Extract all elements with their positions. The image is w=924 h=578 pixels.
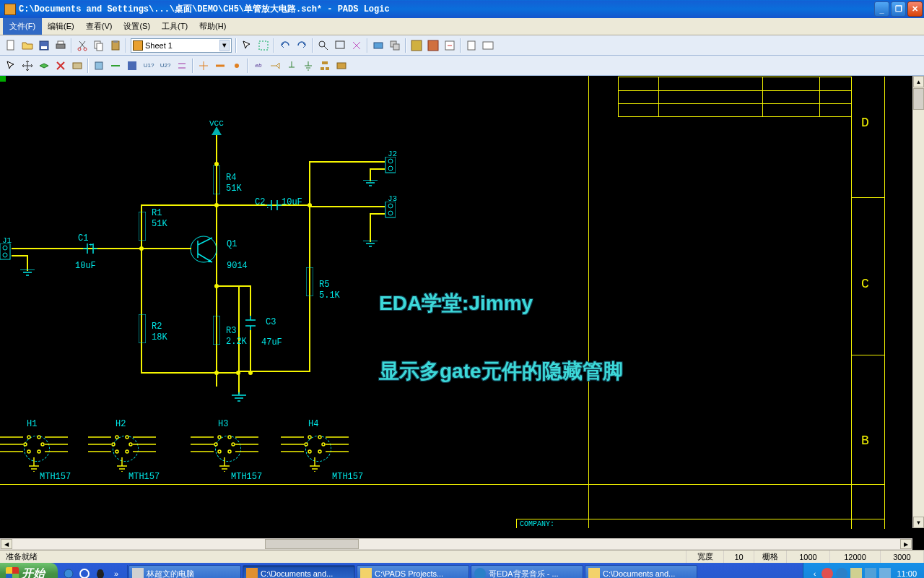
tray-network-icon[interactable] bbox=[865, 568, 876, 578]
save-icon[interactable] bbox=[36, 38, 52, 53]
redo-icon[interactable] bbox=[294, 38, 310, 53]
zoom-window-icon[interactable] bbox=[332, 38, 348, 53]
scroll-thumb-v[interactable] bbox=[913, 88, 924, 110]
svg-rect-29 bbox=[337, 63, 346, 69]
expand-ql-icon[interactable]: » bbox=[108, 565, 124, 578]
h2-ref: H2 bbox=[116, 419, 126, 429]
pads-layout-icon[interactable] bbox=[409, 38, 424, 53]
task2-label: C:\Documents and... bbox=[261, 569, 333, 578]
pads-router-icon[interactable] bbox=[425, 38, 441, 53]
start-button[interactable]: 开始 bbox=[0, 563, 58, 578]
ground-icon[interactable] bbox=[300, 58, 316, 74]
redraw-icon[interactable] bbox=[349, 38, 365, 53]
close-button[interactable]: ✕ bbox=[907, 1, 923, 17]
report-icon[interactable] bbox=[463, 38, 479, 53]
task-docs[interactable]: C:\Documents and... bbox=[585, 565, 697, 578]
svg-rect-23 bbox=[95, 62, 103, 69]
move-icon[interactable] bbox=[19, 58, 35, 74]
bus-icon[interactable] bbox=[212, 58, 228, 74]
open-file-icon[interactable] bbox=[19, 38, 35, 53]
window-title: C:\Documents and Settings\...\桌面\DEMO\CH… bbox=[19, 3, 874, 15]
u2-icon[interactable]: U2? bbox=[157, 58, 173, 74]
tray-icon-1[interactable] bbox=[821, 568, 833, 578]
menu-view[interactable]: 查看(V) bbox=[80, 19, 118, 34]
paste-icon[interactable] bbox=[108, 38, 123, 53]
desktop-icon[interactable] bbox=[77, 565, 92, 578]
select-icon[interactable] bbox=[239, 38, 255, 53]
netlist-out-icon[interactable] bbox=[442, 38, 458, 53]
task4-label: 哥EDA背景音乐 - ... bbox=[489, 569, 559, 579]
add-part-icon[interactable] bbox=[91, 58, 107, 74]
ie-icon[interactable] bbox=[61, 565, 77, 578]
scroll-right-icon[interactable]: ▶ bbox=[900, 539, 912, 549]
tray-volume-icon[interactable] bbox=[850, 568, 862, 578]
connection-icon[interactable] bbox=[196, 58, 212, 74]
pads-app-icon bbox=[246, 568, 258, 578]
link-icon[interactable] bbox=[370, 38, 386, 53]
menu-tools[interactable]: 工具(T) bbox=[156, 19, 193, 34]
power-icon[interactable] bbox=[284, 58, 300, 74]
add-junction-icon[interactable] bbox=[229, 58, 245, 74]
r4-val: 51K bbox=[226, 184, 242, 194]
svg-point-65 bbox=[228, 450, 231, 453]
qq-icon[interactable] bbox=[92, 565, 108, 578]
output-window-icon[interactable] bbox=[480, 38, 496, 53]
print-icon[interactable] bbox=[53, 38, 69, 53]
vertical-scrollbar[interactable]: ▲ ▼ bbox=[912, 76, 924, 528]
svg-point-66 bbox=[308, 436, 311, 439]
svg-rect-14 bbox=[374, 43, 383, 48]
select-mode-icon[interactable] bbox=[3, 58, 19, 74]
cascade-icon[interactable] bbox=[387, 38, 403, 53]
minimize-button[interactable]: _ bbox=[874, 1, 889, 17]
zoom-icon[interactable] bbox=[315, 38, 331, 53]
hierarchy-icon[interactable] bbox=[317, 58, 333, 74]
h2-val: MTH157 bbox=[128, 472, 160, 482]
scroll-down-icon[interactable]: ▼ bbox=[913, 517, 924, 528]
tray-icon-5[interactable] bbox=[879, 568, 891, 578]
properties-icon[interactable] bbox=[69, 58, 85, 74]
schematic-canvas[interactable]: D C B COMPANY: VCC J1 + C1 10uF bbox=[0, 76, 924, 550]
r1-ref: R1 bbox=[152, 208, 162, 218]
r5-ref: R5 bbox=[319, 280, 329, 290]
sheet-selector[interactable]: Sheet 1 ▾ bbox=[131, 38, 232, 53]
r4-ref: R4 bbox=[226, 173, 236, 183]
menu-file[interactable]: 文件(F) bbox=[3, 18, 42, 35]
u1-icon[interactable]: U1? bbox=[141, 58, 157, 74]
task-music[interactable]: 哥EDA背景音乐 - ... bbox=[471, 565, 583, 578]
field-icon[interactable] bbox=[334, 58, 349, 74]
save-sheet-icon[interactable] bbox=[124, 58, 140, 74]
duplicate-icon[interactable] bbox=[36, 58, 52, 74]
menu-edit[interactable]: 编辑(E) bbox=[42, 19, 80, 34]
toolbar-schematic: U1? U2? eb bbox=[0, 56, 924, 76]
cut-icon[interactable] bbox=[74, 38, 90, 53]
svg-rect-11 bbox=[259, 41, 268, 50]
svg-rect-34 bbox=[139, 212, 146, 241]
tray-expand-icon[interactable]: ‹ bbox=[814, 569, 816, 578]
scroll-thumb-h[interactable] bbox=[265, 539, 359, 549]
task-mycomputer[interactable]: 林超文的电脑 bbox=[128, 565, 241, 578]
copy-icon[interactable] bbox=[91, 38, 107, 53]
task-pads[interactable]: C:\Documents and... bbox=[243, 565, 355, 578]
new-file-icon[interactable] bbox=[3, 38, 19, 53]
chevron-down-icon[interactable]: ▾ bbox=[219, 40, 230, 51]
menu-help[interactable]: 帮助(H) bbox=[193, 19, 232, 34]
offpage-icon[interactable] bbox=[267, 58, 283, 74]
scroll-left-icon[interactable]: ◀ bbox=[1, 539, 12, 549]
scroll-up-icon[interactable]: ▲ bbox=[913, 76, 924, 87]
music-app-icon bbox=[474, 568, 486, 578]
add-net-icon[interactable] bbox=[108, 58, 123, 74]
tray-icon-2[interactable] bbox=[836, 568, 847, 578]
area-select-icon[interactable] bbox=[256, 38, 271, 53]
status-grid: 1000 bbox=[787, 551, 830, 563]
svg-point-56 bbox=[112, 443, 115, 446]
horizontal-scrollbar[interactable]: ◀ ▶ bbox=[0, 538, 912, 550]
status-message: 准备就绪 bbox=[0, 551, 687, 563]
delete-icon[interactable] bbox=[53, 58, 69, 74]
swap-icon[interactable] bbox=[174, 58, 190, 74]
menu-setup[interactable]: 设置(S) bbox=[118, 19, 156, 34]
netname-icon[interactable]: eb bbox=[250, 58, 266, 74]
task-projects[interactable]: C:\PADS Projects... bbox=[357, 565, 469, 578]
tray-clock[interactable]: 11:00 bbox=[897, 569, 917, 578]
maximize-button[interactable]: ❐ bbox=[891, 1, 906, 17]
undo-icon[interactable] bbox=[277, 38, 293, 53]
